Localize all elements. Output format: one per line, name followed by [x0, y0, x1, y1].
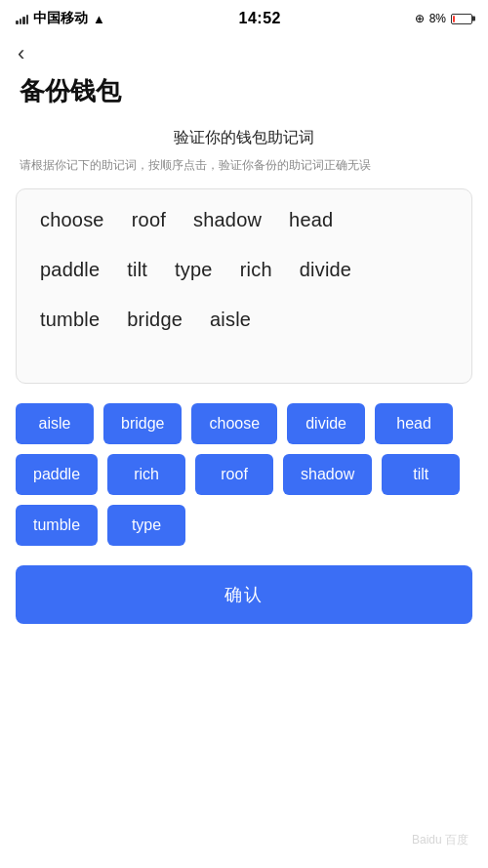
status-battery: ⊕ 8% — [415, 12, 472, 25]
grid-word-aisle: aisle — [210, 309, 251, 331]
word-btn-rich[interactable]: rich — [107, 454, 185, 495]
word-btn-roof[interactable]: roof — [195, 454, 273, 495]
grid-word-tumble: tumble — [40, 309, 100, 331]
word-grid-line-2: paddle tilt type rich divide — [40, 259, 448, 281]
page-title: 备份钱包 — [20, 74, 468, 108]
grid-word-roof: roof — [132, 209, 166, 231]
grid-word-bridge: bridge — [127, 309, 183, 331]
word-btn-bridge[interactable]: bridge — [103, 403, 182, 444]
word-grid-line-3: tumble bridge aisle — [40, 309, 448, 331]
word-btn-type[interactable]: type — [107, 505, 185, 546]
status-bar: 中国移动 ▲ 14:52 ⊕ 8% — [0, 0, 488, 33]
confirm-section: 确认 — [16, 565, 472, 624]
grid-word-type: type — [175, 259, 213, 281]
subtitle-main: 验证你的钱包助记词 — [20, 128, 468, 148]
word-grid-line-1: choose roof shadow head — [40, 209, 448, 231]
wifi-icon: ▲ — [93, 12, 105, 26]
word-btn-tilt[interactable]: tilt — [382, 454, 460, 495]
battery-percent: 8% — [429, 12, 446, 25]
battery-icloud-icon: ⊕ — [415, 12, 425, 25]
grid-word-divide: divide — [300, 259, 351, 281]
word-btn-choose[interactable]: choose — [191, 403, 277, 444]
grid-word-tilt: tilt — [127, 259, 147, 281]
grid-word-shadow: shadow — [193, 209, 262, 231]
confirm-button[interactable]: 确认 — [16, 565, 472, 624]
grid-word-head: head — [289, 209, 333, 231]
signal-icon — [16, 13, 28, 24]
word-btn-tumble[interactable]: tumble — [16, 505, 98, 546]
battery-icon — [451, 14, 472, 24]
word-buttons-section: aisle bridge choose divide head paddle r… — [16, 403, 472, 546]
subtitle-section: 验证你的钱包助记词 请根据你记下的助记词，按顺序点击，验证你备份的助记词正确无误 — [20, 128, 468, 175]
word-grid-box: choose roof shadow head paddle tilt type… — [16, 188, 472, 384]
status-time: 14:52 — [239, 10, 281, 27]
watermark: Baidu 百度 — [412, 832, 468, 848]
word-btn-paddle[interactable]: paddle — [16, 454, 98, 495]
grid-word-rich: rich — [240, 259, 272, 281]
grid-word-paddle: paddle — [40, 259, 100, 281]
word-btn-aisle[interactable]: aisle — [16, 403, 94, 444]
carrier-name: 中国移动 — [33, 10, 88, 27]
status-carrier: 中国移动 ▲ — [16, 10, 105, 27]
back-button[interactable]: ‹ — [18, 41, 47, 66]
word-btn-divide[interactable]: divide — [287, 403, 365, 444]
word-btn-head[interactable]: head — [375, 403, 453, 444]
word-btn-shadow[interactable]: shadow — [283, 454, 372, 495]
subtitle-desc: 请根据你记下的助记词，按顺序点击，验证你备份的助记词正确无误 — [20, 156, 468, 175]
grid-word-choose: choose — [40, 209, 104, 231]
